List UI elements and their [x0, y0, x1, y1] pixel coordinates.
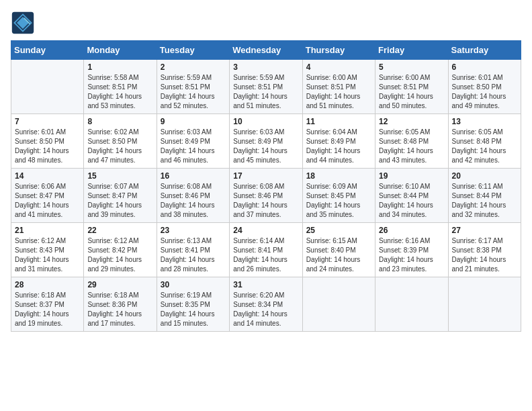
- day-info: Sunrise: 6:18 AM Sunset: 8:37 PM Dayligh…: [15, 291, 80, 328]
- day-info: Sunrise: 6:14 AM Sunset: 8:41 PM Dayligh…: [233, 236, 298, 274]
- sunset-text: Sunset: 8:51 PM: [306, 83, 371, 92]
- sunset-text: Sunset: 8:40 PM: [306, 246, 371, 255]
- sunrise-text: Sunrise: 6:18 AM: [87, 291, 152, 300]
- sunrise-text: Sunrise: 6:06 AM: [15, 182, 80, 191]
- day-info: Sunrise: 6:02 AM Sunset: 8:50 PM Dayligh…: [87, 128, 152, 165]
- calendar-cell: 27 Sunrise: 6:17 AM Sunset: 8:38 PM Dayl…: [448, 223, 521, 277]
- sunset-text: Sunset: 8:51 PM: [233, 83, 298, 92]
- sunrise-text: Sunrise: 6:03 AM: [233, 128, 298, 137]
- calendar-cell: 23 Sunrise: 6:13 AM Sunset: 8:41 PM Dayl…: [157, 223, 229, 277]
- calendar-week-row: 7 Sunrise: 6:01 AM Sunset: 8:50 PM Dayli…: [11, 114, 521, 169]
- day-number: 11: [306, 117, 371, 126]
- weekday-header: Wednesday: [230, 41, 302, 60]
- day-number: 18: [306, 171, 371, 181]
- daylight-text: Daylight: 14 hours and 52 minutes.: [161, 92, 226, 111]
- daylight-text: Daylight: 14 hours and 15 minutes.: [161, 310, 226, 328]
- sunset-text: Sunset: 8:41 PM: [161, 246, 226, 255]
- day-info: Sunrise: 6:05 AM Sunset: 8:48 PM Dayligh…: [379, 128, 444, 165]
- sunset-text: Sunset: 8:36 PM: [87, 300, 152, 310]
- calendar-cell: 28 Sunrise: 6:18 AM Sunset: 8:37 PM Dayl…: [11, 277, 84, 332]
- calendar-cell: 18 Sunrise: 6:09 AM Sunset: 8:45 PM Dayl…: [302, 169, 375, 223]
- sunrise-text: Sunrise: 6:16 AM: [379, 236, 444, 246]
- daylight-text: Daylight: 14 hours and 26 minutes.: [233, 255, 298, 274]
- daylight-text: Daylight: 14 hours and 29 minutes.: [87, 255, 152, 274]
- day-number: 15: [87, 171, 152, 181]
- sunset-text: Sunset: 8:37 PM: [15, 300, 80, 310]
- weekday-header: Monday: [84, 41, 157, 60]
- day-info: Sunrise: 5:59 AM Sunset: 8:51 PM Dayligh…: [233, 73, 298, 111]
- daylight-text: Daylight: 14 hours and 53 minutes.: [87, 92, 152, 111]
- sunset-text: Sunset: 8:44 PM: [379, 191, 444, 201]
- calendar-cell: 22 Sunrise: 6:12 AM Sunset: 8:42 PM Dayl…: [84, 223, 157, 277]
- day-number: 16: [161, 171, 226, 181]
- day-number: 3: [233, 62, 298, 72]
- day-info: Sunrise: 6:16 AM Sunset: 8:39 PM Dayligh…: [379, 236, 444, 274]
- calendar-cell: 8 Sunrise: 6:02 AM Sunset: 8:50 PM Dayli…: [84, 114, 157, 169]
- calendar-cell: 31 Sunrise: 6:20 AM Sunset: 8:34 PM Dayl…: [230, 277, 302, 332]
- daylight-text: Daylight: 14 hours and 50 minutes.: [379, 92, 444, 111]
- day-info: Sunrise: 6:17 AM Sunset: 8:38 PM Dayligh…: [452, 236, 517, 274]
- logo-icon: [11, 11, 35, 35]
- day-number: 9: [161, 117, 226, 126]
- day-info: Sunrise: 6:04 AM Sunset: 8:49 PM Dayligh…: [306, 128, 371, 165]
- sunrise-text: Sunrise: 6:02 AM: [87, 128, 152, 137]
- day-number: 20: [452, 171, 517, 181]
- sunrise-text: Sunrise: 5:58 AM: [87, 73, 152, 83]
- calendar-cell: 26 Sunrise: 6:16 AM Sunset: 8:39 PM Dayl…: [375, 223, 448, 277]
- daylight-text: Daylight: 14 hours and 48 minutes.: [15, 146, 80, 165]
- sunrise-text: Sunrise: 5:59 AM: [233, 73, 298, 83]
- sunset-text: Sunset: 8:44 PM: [452, 191, 517, 201]
- weekday-header: Tuesday: [157, 41, 229, 60]
- calendar-cell: 7 Sunrise: 6:01 AM Sunset: 8:50 PM Dayli…: [11, 114, 84, 169]
- day-info: Sunrise: 6:20 AM Sunset: 8:34 PM Dayligh…: [233, 291, 298, 328]
- daylight-text: Daylight: 14 hours and 46 minutes.: [161, 146, 226, 165]
- calendar-cell: 24 Sunrise: 6:14 AM Sunset: 8:41 PM Dayl…: [230, 223, 302, 277]
- sunrise-text: Sunrise: 6:05 AM: [452, 128, 517, 137]
- daylight-text: Daylight: 14 hours and 43 minutes.: [379, 146, 444, 165]
- daylight-text: Daylight: 14 hours and 32 minutes.: [452, 201, 517, 220]
- sunset-text: Sunset: 8:35 PM: [161, 300, 226, 310]
- day-info: Sunrise: 6:19 AM Sunset: 8:35 PM Dayligh…: [161, 291, 226, 328]
- sunrise-text: Sunrise: 6:18 AM: [15, 291, 80, 300]
- day-number: 12: [379, 117, 444, 126]
- sunset-text: Sunset: 8:46 PM: [161, 191, 226, 201]
- day-info: Sunrise: 6:15 AM Sunset: 8:40 PM Dayligh…: [306, 236, 371, 274]
- sunrise-text: Sunrise: 6:19 AM: [161, 291, 226, 300]
- daylight-text: Daylight: 14 hours and 19 minutes.: [15, 310, 80, 328]
- day-number: 25: [306, 226, 371, 235]
- daylight-text: Daylight: 14 hours and 47 minutes.: [87, 146, 152, 165]
- sunset-text: Sunset: 8:51 PM: [379, 83, 444, 92]
- calendar-cell: 19 Sunrise: 6:10 AM Sunset: 8:44 PM Dayl…: [375, 169, 448, 223]
- day-info: Sunrise: 6:03 AM Sunset: 8:49 PM Dayligh…: [161, 128, 226, 165]
- sunset-text: Sunset: 8:43 PM: [15, 246, 80, 255]
- calendar-cell: 25 Sunrise: 6:15 AM Sunset: 8:40 PM Dayl…: [302, 223, 375, 277]
- sunrise-text: Sunrise: 6:15 AM: [306, 236, 371, 246]
- day-info: Sunrise: 6:01 AM Sunset: 8:50 PM Dayligh…: [452, 73, 517, 111]
- calendar-cell: 1 Sunrise: 5:58 AM Sunset: 8:51 PM Dayli…: [84, 60, 157, 114]
- day-info: Sunrise: 6:11 AM Sunset: 8:44 PM Dayligh…: [452, 182, 517, 220]
- sunrise-text: Sunrise: 6:01 AM: [452, 73, 517, 83]
- calendar-cell: [448, 277, 521, 332]
- sunrise-text: Sunrise: 6:00 AM: [306, 73, 371, 83]
- daylight-text: Daylight: 14 hours and 51 minutes.: [233, 92, 298, 111]
- sunset-text: Sunset: 8:49 PM: [161, 137, 226, 146]
- sunset-text: Sunset: 8:49 PM: [306, 137, 371, 146]
- calendar-cell: 4 Sunrise: 6:00 AM Sunset: 8:51 PM Dayli…: [302, 60, 375, 114]
- calendar-week-row: 1 Sunrise: 5:58 AM Sunset: 8:51 PM Dayli…: [11, 60, 521, 114]
- logo: [11, 11, 38, 35]
- day-info: Sunrise: 6:05 AM Sunset: 8:48 PM Dayligh…: [452, 128, 517, 165]
- calendar-cell: 13 Sunrise: 6:05 AM Sunset: 8:48 PM Dayl…: [448, 114, 521, 169]
- calendar-cell: 12 Sunrise: 6:05 AM Sunset: 8:48 PM Dayl…: [375, 114, 448, 169]
- daylight-text: Daylight: 14 hours and 37 minutes.: [233, 201, 298, 220]
- weekday-header: Sunday: [11, 41, 84, 60]
- sunset-text: Sunset: 8:47 PM: [87, 191, 152, 201]
- day-info: Sunrise: 6:00 AM Sunset: 8:51 PM Dayligh…: [306, 73, 371, 111]
- day-number: 7: [15, 117, 80, 126]
- day-number: 26: [379, 226, 444, 235]
- day-number: 24: [233, 226, 298, 235]
- calendar-cell: 29 Sunrise: 6:18 AM Sunset: 8:36 PM Dayl…: [84, 277, 157, 332]
- day-info: Sunrise: 6:07 AM Sunset: 8:47 PM Dayligh…: [87, 182, 152, 220]
- daylight-text: Daylight: 14 hours and 41 minutes.: [15, 201, 80, 220]
- sunset-text: Sunset: 8:50 PM: [15, 137, 80, 146]
- day-number: 5: [379, 62, 444, 72]
